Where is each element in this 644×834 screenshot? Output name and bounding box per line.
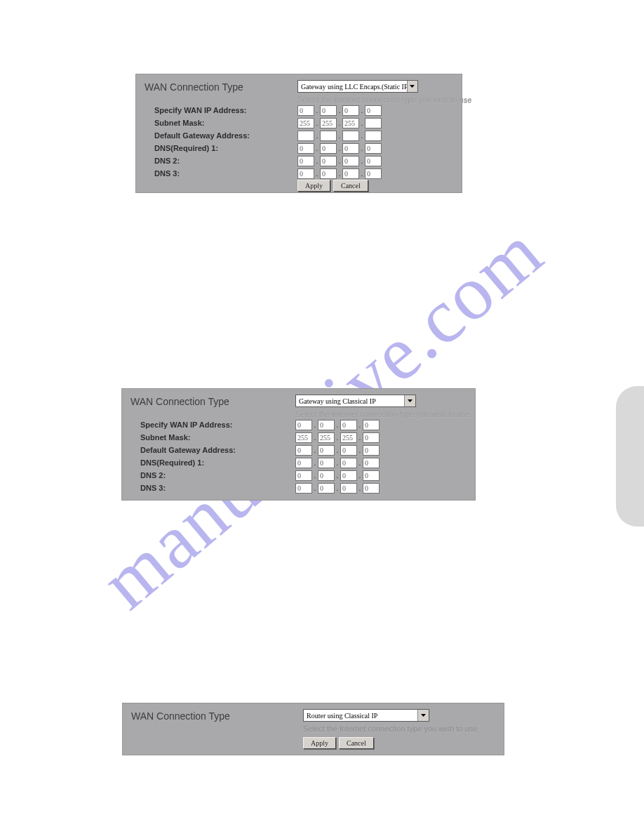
dot-sep: . (312, 446, 318, 454)
field-labels: Specify WAN IP Address: Subnet Mask: Def… (140, 418, 236, 494)
ip-octet-input[interactable]: 0 (295, 445, 312, 456)
side-tab (616, 386, 644, 527)
ip-octet-input[interactable]: 0 (320, 105, 337, 116)
dot-sep: . (335, 459, 340, 467)
dot-sep: . (357, 421, 363, 429)
dot-sep: . (337, 119, 342, 127)
ip-octet-input[interactable]: 0 (318, 470, 335, 481)
apply-button[interactable]: Apply (303, 737, 336, 749)
ip-octet-input[interactable]: 0 (318, 458, 335, 468)
dot-sep: . (359, 170, 365, 178)
ip-octet-input[interactable]: 0 (295, 458, 312, 468)
ip-octet-input[interactable]: 0 (295, 420, 312, 430)
ip-octet-input[interactable] (320, 131, 337, 141)
ip-octet-input[interactable]: 0 (365, 156, 382, 166)
dot-sep: . (337, 157, 342, 165)
ip-octet-input[interactable] (297, 131, 314, 141)
ip-octet-input[interactable]: 0 (342, 143, 359, 154)
ip-octet-input[interactable] (365, 131, 382, 141)
panel-classical-ip-gateway: WAN Connection Type Gateway using Classi… (121, 388, 476, 501)
dot-sep: . (337, 132, 342, 140)
ip-octet-input[interactable]: 0 (295, 483, 312, 494)
dot-sep: . (357, 434, 363, 442)
ip-octet-input[interactable]: 0 (320, 156, 337, 166)
ip-octet-input[interactable]: 0 (318, 420, 335, 430)
ip-octet-input[interactable]: 0 (363, 420, 380, 430)
ip-octet-input[interactable] (365, 118, 382, 128)
ip-octet-input[interactable]: 0 (365, 105, 382, 116)
select-value: Router using Classical IP (304, 712, 417, 720)
dot-sep: . (357, 472, 363, 479)
ip-octet-input[interactable]: 0 (297, 168, 314, 179)
svg-marker-1 (408, 399, 412, 402)
ip-octet-input[interactable]: 0 (363, 470, 380, 481)
ip-octet-input[interactable]: 0 (342, 105, 359, 116)
label-dns3: DNS 3: (140, 482, 236, 494)
ip-octet-input[interactable]: 255 (342, 118, 359, 128)
wan-type-select[interactable]: Router using Classical IP (303, 709, 429, 722)
section-title: WAN Connection Type (130, 396, 229, 407)
ip-octet-input[interactable]: 0 (318, 445, 335, 456)
label-wan-ip: Specify WAN IP Address: (140, 418, 236, 431)
ip-octet-input[interactable] (342, 131, 359, 141)
ip-octet-input[interactable]: 255 (318, 432, 335, 443)
ip-octet-input[interactable]: 0 (363, 458, 380, 468)
dot-sep: . (337, 170, 342, 178)
help-text: Select the Internet connection type you … (297, 95, 471, 104)
svg-marker-0 (410, 85, 415, 88)
ip-octet-input[interactable]: 0 (363, 432, 380, 443)
wan-type-select[interactable]: Gateway using LLC Encaps.(Static IP) (297, 80, 418, 93)
label-gateway: Default Gateway Address: (140, 444, 236, 456)
ip-octet-input[interactable]: 0 (340, 420, 357, 430)
dot-sep: . (335, 472, 340, 479)
ip-octet-input[interactable]: 0 (342, 156, 359, 166)
dot-sep: . (312, 421, 318, 429)
ip-octet-input[interactable]: 0 (340, 458, 357, 468)
ip-octet-input[interactable]: 255 (297, 118, 314, 128)
ip-octet-input[interactable]: 0 (320, 168, 337, 179)
ip-octet-input[interactable]: 0 (297, 143, 314, 154)
ip-octet-input[interactable]: 0 (297, 156, 314, 166)
ip-octet-input[interactable]: 255 (295, 432, 312, 443)
dot-sep: . (312, 484, 318, 492)
dot-sep: . (314, 107, 320, 114)
cancel-button[interactable]: Cancel (339, 737, 374, 749)
ip-octet-input[interactable]: 0 (320, 143, 337, 154)
dot-sep: . (312, 434, 318, 442)
ip-octet-input[interactable]: 0 (363, 483, 380, 494)
chevron-down-icon (407, 81, 417, 92)
ip-octet-input[interactable]: 0 (365, 168, 382, 179)
apply-button[interactable]: Apply (297, 180, 330, 192)
ip-octet-input[interactable]: 0 (340, 445, 357, 456)
ip-octet-input[interactable]: 0 (340, 483, 357, 494)
dot-sep: . (335, 434, 340, 442)
label-dns2: DNS 2: (154, 154, 250, 167)
chevron-down-icon (404, 395, 415, 406)
cancel-button[interactable]: Cancel (333, 180, 368, 192)
dot-sep: . (314, 157, 320, 165)
dot-sep: . (312, 459, 318, 467)
ip-octet-input[interactable]: 0 (318, 483, 335, 494)
label-dns3: DNS 3: (154, 167, 250, 180)
panel-classical-ip-router: WAN Connection Type Router using Classic… (122, 703, 504, 755)
ip-octet-input[interactable]: 255 (340, 432, 357, 443)
ip-octet-input[interactable]: 0 (342, 168, 359, 179)
ip-octet-input[interactable]: 0 (340, 470, 357, 481)
label-dns2: DNS 2: (140, 469, 236, 482)
dot-sep: . (312, 472, 318, 479)
select-value: Gateway using Classical IP (296, 397, 404, 405)
ip-octet-input[interactable]: 0 (297, 105, 314, 116)
dot-sep: . (335, 421, 340, 429)
ip-octet-input[interactable]: 0 (365, 143, 382, 154)
ip-octet-input[interactable]: 255 (320, 118, 337, 128)
button-row: Apply Cancel (297, 180, 368, 192)
label-subnet: Subnet Mask: (140, 431, 236, 444)
help-text: Select the Internet connection type you … (303, 724, 477, 733)
ip-octet-input[interactable]: 0 (295, 470, 312, 481)
dot-sep: . (314, 145, 320, 152)
ip-octet-input[interactable]: 0 (363, 445, 380, 456)
wan-type-select[interactable]: Gateway using Classical IP (295, 395, 416, 407)
dot-sep: . (337, 107, 342, 114)
dot-sep: . (357, 459, 363, 467)
chevron-down-icon (417, 710, 429, 721)
